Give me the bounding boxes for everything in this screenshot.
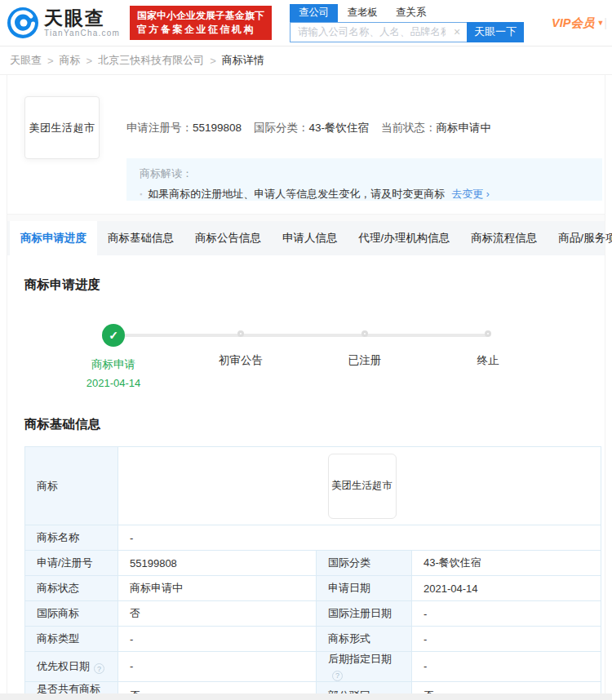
help-icon[interactable]: ?	[332, 671, 343, 681]
trademark-summary: 美团生活超市 申请注册号55199808国际分类43-餐饮住宿当前状态商标申请中…	[7, 75, 605, 214]
progress-step-4: 终止	[435, 323, 541, 368]
field-value: 55199808	[118, 551, 317, 576]
summary-field-value: 商标申请中	[437, 122, 492, 134]
summary-fields: 申请注册号55199808国际分类43-餐饮住宿当前状态商标申请中	[126, 121, 503, 135]
breadcrumb-item[interactable]: 天眼查	[10, 53, 42, 68]
section-gap	[7, 214, 605, 221]
table-row: 商标类型-商标形式-	[25, 627, 601, 652]
breadcrumb: 天眼查>商标>北京三快科技有限公司>商标详情	[0, 47, 612, 75]
progress-title: 商标申请进度	[24, 277, 588, 294]
field-label: 商标名称	[25, 525, 118, 551]
field-label: 申请/注册号	[25, 551, 118, 576]
clear-icon[interactable]: ×	[454, 25, 460, 38]
field-value: 否	[118, 601, 317, 627]
table-row: 优先权日期?-后期指定日期?-	[25, 652, 601, 682]
interpretation-title: 商标解读：	[140, 166, 589, 181]
vip-member-link[interactable]: VIP会员▼	[552, 16, 604, 31]
tab-application-progress[interactable]: 商标申请进度	[10, 221, 97, 255]
field-label: 优先权日期?	[25, 652, 118, 682]
progress-step-2: 初审公告	[188, 323, 294, 368]
trademark-image: 美团生活超市	[24, 96, 100, 159]
badge-line-2: 官方备案企业征信机构	[137, 23, 264, 37]
main-content: 美团生活超市 申请注册号55199808国际分类43-餐饮住宿当前状态商标申请中…	[7, 75, 605, 700]
top-header: 天眼查 TianYanCha.com 国家中小企业发展子基金旗下 官方备案企业征…	[0, 0, 612, 47]
tianyancha-trademark-detail-page: 天眼查 TianYanCha.com 国家中小企业发展子基金旗下 官方备案企业征…	[0, 0, 612, 700]
field-value: -	[412, 601, 601, 627]
field-label: 国际分类	[317, 551, 412, 576]
bullet-icon: ▪	[140, 190, 142, 198]
search-button[interactable]: 天眼一下	[467, 22, 524, 42]
logo-text: 天眼查 TianYanCha.com	[44, 8, 120, 38]
timeline-line	[113, 334, 488, 337]
field-label: 国际商标	[25, 601, 118, 627]
summary-field: 国际分类43-餐饮住宿	[254, 121, 369, 135]
progress-step-1: ✓商标申请2021-04-14	[60, 323, 166, 389]
summary-field: 当前状态商标申请中	[381, 121, 491, 135]
field-value: 2021-04-14	[412, 576, 601, 601]
tab-announcement-info[interactable]: 商标公告信息	[184, 221, 272, 255]
check-circle-icon: ✓	[102, 324, 125, 347]
step-date: 2021-04-14	[60, 377, 166, 389]
field-label: 商标状态	[25, 576, 118, 601]
tab-applicant-info[interactable]: 申请人信息	[272, 221, 348, 255]
table-row: 申请/注册号55199808国际分类43-餐饮住宿	[25, 551, 601, 576]
tab-basic-info[interactable]: 商标基础信息	[97, 221, 184, 255]
field-value: -	[118, 525, 601, 551]
step-label: 已注册	[312, 353, 418, 368]
tab-goods-services[interactable]: 商品/服务项目	[548, 221, 612, 255]
breadcrumb-item[interactable]: 商标	[60, 53, 81, 68]
step-label: 商标申请	[60, 357, 166, 372]
field-value: 商标申请中	[118, 576, 317, 601]
table-row: 商标状态商标申请中申请日期2021-04-14	[25, 576, 601, 601]
interpretation-box: 商标解读： ▪如果商标的注册地址、申请人等信息发生变化，请及时变更商标去变更 ›	[126, 158, 602, 201]
chevron-down-icon: ▼	[596, 19, 604, 27]
application-progress-section: 商标申请进度 ✓商标申请2021-04-14初审公告已注册终止	[7, 255, 605, 405]
vip-label: VIP会员	[552, 16, 594, 29]
search-tab-boss[interactable]: 查老板	[338, 4, 387, 22]
field-label: 申请日期	[317, 576, 412, 601]
tab-process-info[interactable]: 商标流程信息	[460, 221, 548, 255]
header-divider: |	[604, 16, 607, 29]
breadcrumb-separator: >	[86, 55, 93, 67]
tip-text: 如果商标的注册地址、申请人等信息发生变化，请及时变更商标	[148, 188, 445, 200]
search-tab-company[interactable]: 查公司	[290, 4, 339, 22]
trademark-image-small: 美团生活超市	[328, 454, 397, 519]
circle-icon	[361, 330, 368, 337]
field-label: 国际注册日期	[317, 601, 412, 627]
field-value: 43-餐饮住宿	[412, 551, 601, 576]
field-label: 商标类型	[25, 627, 118, 652]
search-scope-tabs: 查公司查老板查关系	[290, 4, 524, 22]
breadcrumb-current: 商标详情	[222, 53, 264, 68]
tab-agency-info[interactable]: 代理/办理机构信息	[348, 221, 461, 255]
table-row-mark: 商标 美团生活超市	[25, 447, 601, 525]
summary-field-value: 43-餐饮住宿	[309, 122, 370, 134]
field-value-mark: 美团生活超市	[118, 447, 601, 525]
summary-field-label: 申请注册号	[126, 122, 193, 134]
breadcrumb-separator: >	[210, 55, 216, 67]
help-icon[interactable]: ?	[94, 663, 104, 674]
search-tab-relation[interactable]: 查关系	[387, 4, 436, 22]
breadcrumb-item[interactable]: 北京三快科技有限公司	[98, 53, 204, 68]
search-box: × 天眼一下	[290, 22, 524, 42]
breadcrumb-separator: >	[47, 55, 54, 67]
field-value: -	[118, 652, 317, 682]
basic-info-section: 商标基础信息 商标 美团生活超市 商标名称 -	[7, 405, 605, 700]
field-label: 商标形式	[317, 627, 412, 652]
progress-timeline: ✓商标申请2021-04-14初审公告已注册终止	[24, 323, 588, 405]
step-label: 初审公告	[188, 353, 294, 368]
certification-badge: 国家中小企业发展子基金旗下 官方备案企业征信机构	[130, 6, 272, 40]
field-value: -	[118, 627, 317, 652]
summary-field-value: 55199808	[193, 122, 242, 134]
interpretation-tip: ▪如果商标的注册地址、申请人等信息发生变化，请及时变更商标去变更 ›	[140, 187, 589, 202]
summary-field: 申请注册号55199808	[126, 121, 242, 135]
search-input[interactable]	[290, 22, 467, 42]
go-change-link[interactable]: 去变更 ›	[451, 188, 490, 200]
basic-info-table: 商标 美团生活超市 商标名称 - 申请/注册号55199808国际分类43-餐饮…	[24, 446, 601, 700]
summary-field-label: 当前状态	[381, 122, 437, 134]
badge-line-1: 国家中小企业发展子基金旗下	[137, 9, 264, 23]
bottom-strip	[0, 693, 612, 700]
trademark-image-text: 美团生活超市	[29, 121, 95, 135]
search-area: 查公司查老板查关系 × 天眼一下	[290, 4, 524, 42]
eye-swirl-icon	[7, 7, 39, 39]
tianyancha-logo[interactable]: 天眼查 TianYanCha.com	[7, 7, 120, 39]
